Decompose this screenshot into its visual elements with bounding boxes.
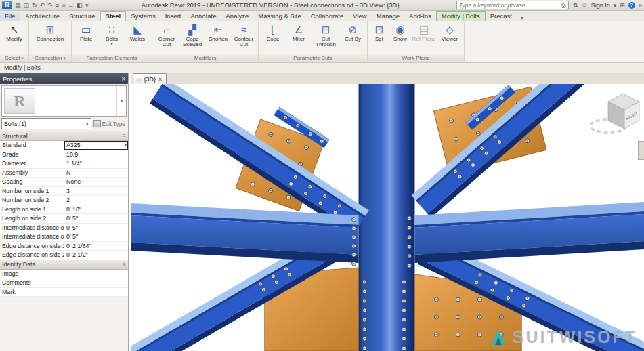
mode-indicator: Modify | Bolts: [4, 64, 41, 71]
property-value[interactable]: 1 1/4": [64, 159, 128, 168]
window-close-icon[interactable]: ×: [639, 2, 642, 9]
tab-massing-site[interactable]: Massing & Site: [253, 12, 305, 21]
selection-filter-combo[interactable]: Bolts (1) ▾: [1, 118, 91, 129]
communication-center-icon[interactable]: ⇅: [573, 2, 578, 9]
property-value[interactable]: 0' 5": [64, 214, 128, 223]
cope-skewed-button[interactable]: ▞ Cope Skewed: [180, 22, 205, 49]
section-collapse-icon[interactable]: ≡: [123, 262, 126, 268]
measure-icon[interactable]: ⌀: [62, 2, 65, 9]
revit-logo[interactable]: R: [2, 1, 12, 9]
open-file-icon[interactable]: ▤: [15, 2, 21, 9]
property-value[interactable]: 3: [64, 187, 128, 196]
ref-plane-button[interactable]: ▤ Ref Plane: [412, 22, 436, 43]
viewer-button[interactable]: ◇ Viewer: [437, 22, 462, 43]
navigation-bar-button[interactable]: [638, 141, 644, 160]
viewer-icon: ◇: [446, 23, 454, 37]
show-work-plane-button[interactable]: ◉ Show: [390, 22, 410, 43]
property-value[interactable]: 10.9: [64, 150, 128, 159]
property-value[interactable]: None: [64, 178, 128, 186]
tab-systems[interactable]: Systems: [126, 12, 160, 21]
property-value[interactable]: [64, 270, 128, 278]
property-value[interactable]: [64, 288, 128, 297]
miter-icon: ∠: [294, 23, 303, 37]
view-tab-3d[interactable]: ⌂ {3D} ×: [133, 73, 167, 84]
shorten-button[interactable]: ⇤ Shorten: [206, 22, 230, 43]
help-search-box[interactable]: ◎: [456, 1, 569, 9]
cope-button[interactable]: ⌊ Cope: [261, 22, 285, 43]
property-value[interactable]: N: [64, 169, 128, 178]
help-icon[interactable]: ?: [628, 2, 635, 9]
modify-button[interactable]: ↖ Modify: [2, 22, 26, 43]
bolts-button[interactable]: ∷ Bolts ▾: [100, 22, 124, 47]
property-value[interactable]: 0' 5": [64, 224, 128, 232]
property-value[interactable]: 2: [64, 196, 128, 205]
undo-icon[interactable]: ↶: [40, 2, 45, 9]
tab-view[interactable]: View: [348, 12, 371, 21]
miter-button[interactable]: ∠ Miter: [286, 22, 311, 43]
print-icon[interactable]: ≡: [56, 2, 59, 9]
model-canvas[interactable]: RIGHT SUITWISOFT: [131, 84, 644, 351]
contour-cut-button[interactable]: ≈ Contour Cut: [232, 22, 256, 49]
cut-by-button[interactable]: ⊘ Cut By: [341, 22, 365, 43]
cut-through-icon: ⊟: [322, 23, 330, 37]
property-value[interactable]: 0' 2 1/64": [64, 242, 128, 251]
property-value[interactable]: A325 ▾: [64, 141, 128, 150]
properties-close-icon[interactable]: ×: [121, 75, 125, 83]
3d-scene[interactable]: RIGHT: [131, 84, 644, 351]
panel-label-work-plane[interactable]: Work Plane: [368, 54, 464, 62]
property-value[interactable]: 0' 10": [64, 205, 128, 214]
search-icon[interactable]: ◎: [561, 2, 566, 9]
search-input[interactable]: [459, 2, 561, 9]
corner-cut-button[interactable]: ⌐ Corner Cut: [154, 22, 179, 49]
set-work-plane-button[interactable]: ⊡ Set: [370, 22, 389, 43]
properties-header[interactable]: Properties ×: [0, 73, 128, 84]
tab-steel[interactable]: Steel: [100, 11, 127, 21]
tab-annotate[interactable]: Annotate: [186, 12, 221, 21]
redo-icon[interactable]: ↷: [47, 2, 53, 9]
property-row-length-side-2: Length on side 2 0' 5": [0, 214, 128, 224]
section-collapse-icon[interactable]: ≡: [123, 133, 126, 139]
panel-label-modifiers[interactable]: Modifiers: [152, 54, 258, 62]
save-icon[interactable]: ◫: [24, 2, 30, 9]
bolts-dropdown-icon[interactable]: ▾: [110, 42, 113, 46]
edit-type-button[interactable]: Edit Type: [93, 120, 127, 127]
panel-label-parametric-cuts[interactable]: Parametric Cuts: [259, 54, 367, 62]
property-value[interactable]: 0' 2 1/2": [64, 251, 128, 260]
panel-label-fabrication-elements[interactable]: Fabrication Elements: [72, 54, 152, 62]
connection-button[interactable]: ⊞ Connection: [31, 22, 69, 43]
sign-in-button[interactable]: Sign In: [591, 2, 610, 9]
default-3d-view-icon[interactable]: ◧: [77, 2, 83, 9]
panel-label-connection[interactable]: Connection▾: [29, 54, 71, 62]
tab-modify-bolts[interactable]: Modify | Bolts: [436, 11, 486, 21]
property-row-number-side-2: Number on side 2 2: [0, 196, 128, 205]
plate-button[interactable]: ▭ Plate: [74, 22, 98, 43]
tab-structure[interactable]: Structure: [64, 12, 100, 21]
tab-manage[interactable]: Manage: [372, 12, 404, 21]
tab-collaborate[interactable]: Collaborate: [306, 12, 349, 21]
tab-add-ins[interactable]: Add-Ins: [404, 12, 436, 21]
account-icon[interactable]: ☺: [581, 2, 587, 9]
type-selector-dropdown-icon[interactable]: ▾: [116, 86, 126, 116]
tab-architecture[interactable]: Architecture: [20, 12, 64, 21]
sign-in-caret-icon[interactable]: ▾: [614, 2, 617, 9]
family-type-image: R: [4, 88, 35, 114]
steel-column: [359, 84, 415, 351]
ribbon-state-toggle-icon[interactable]: ▾: [521, 15, 523, 21]
section-identity-data[interactable]: Identity Data ≡: [0, 260, 128, 270]
panel-label-select[interactable]: Select▾: [0, 54, 28, 62]
section-structural[interactable]: Structural ≡: [0, 131, 128, 141]
property-value[interactable]: [64, 278, 128, 287]
cut-through-button[interactable]: ⊟ Cut Through: [312, 22, 339, 49]
tab-precast[interactable]: Precast: [486, 12, 517, 21]
tab-file[interactable]: File: [0, 12, 20, 21]
property-row-edge-distance-1: Edge distance on side 1 0' 2 1/64": [0, 242, 128, 251]
view-tab-close-icon[interactable]: ×: [158, 76, 162, 83]
dimension-icon[interactable]: ↔: [68, 2, 74, 9]
app-store-icon[interactable]: ⊞: [620, 2, 625, 9]
tab-analyze[interactable]: Analyze: [221, 12, 254, 21]
sync-icon[interactable]: ↻: [32, 2, 37, 9]
property-value[interactable]: 0' 5": [64, 232, 128, 241]
tab-insert[interactable]: Insert: [160, 12, 186, 21]
welds-button[interactable]: ◣ Welds: [125, 22, 150, 43]
type-selector[interactable]: R ▾: [1, 85, 127, 117]
